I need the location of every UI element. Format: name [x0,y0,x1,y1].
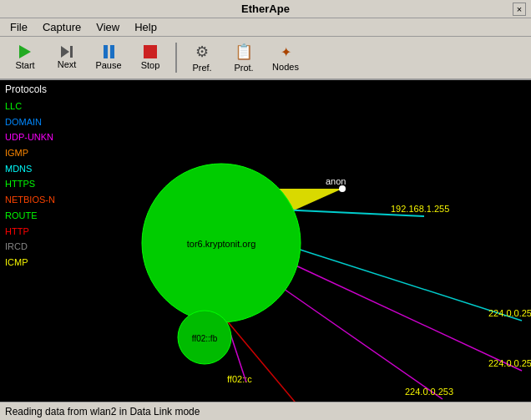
stop-button[interactable]: Stop [130,39,170,76]
nodes-label: Nodes [272,62,299,72]
proto-llc[interactable]: LLC [5,99,62,114]
next-label: Next [58,59,77,69]
prot-icon: 📋 [235,43,253,61]
start-button[interactable]: Start [5,39,45,76]
next-button[interactable]: Next [47,39,87,76]
svg-text:ff02::fb: ff02::fb [192,334,218,343]
toolbar-separator [175,43,177,73]
nodes-button[interactable]: ✦ Nodes [266,39,306,76]
svg-text:ff02::c: ff02::c [227,374,252,384]
stop-label: Stop [141,60,160,70]
menu-help[interactable]: Help [128,19,164,35]
toolbar: Start Next Pause Stop ⚙ Pref. 📋 Prot. ✦ … [0,37,531,80]
network-visualization[interactable]: tor6.kryptonit.org ff02::fb anon 192.168… [67,80,531,402]
svg-text:224.0.0.252: 224.0.0.252 [488,358,531,368]
play-icon [19,45,31,58]
svg-point-13 [339,185,346,192]
status-text: Reading data from wlan2 in Data Link mod… [5,406,200,417]
svg-text:192.168.1.255: 192.168.1.255 [391,204,449,214]
svg-text:224.0.0.253: 224.0.0.253 [405,387,453,397]
proto-ircd[interactable]: IRCD [5,239,62,255]
proto-udp[interactable]: UDP-UNKN [5,129,62,145]
stop-icon [144,45,157,58]
pref-button[interactable]: ⚙ Pref. [182,39,222,76]
svg-text:224.0.0.251: 224.0.0.251 [488,308,531,318]
nodes-icon: ✦ [281,44,291,60]
proto-igmp[interactable]: IGMP [5,145,62,161]
menu-file[interactable]: File [3,19,34,35]
pref-icon: ⚙ [195,43,209,61]
title-bar: EtherApe × [0,0,531,18]
proto-mdns[interactable]: MDNS [5,161,62,177]
proto-route[interactable]: ROUTE [5,208,62,224]
main-content: Protocols LLC DOMAIN UDP-UNKN IGMP MDNS … [0,80,531,402]
proto-netbios[interactable]: NETBIOS-N [5,192,62,208]
close-button[interactable]: × [513,3,526,16]
pause-button[interactable]: Pause [88,39,129,76]
prot-button[interactable]: 📋 Prot. [224,39,264,76]
svg-text:anon: anon [326,176,346,186]
menu-view[interactable]: View [89,19,126,35]
protocols-title: Protocols [5,83,62,95]
proto-https[interactable]: HTTPS [5,176,62,192]
status-bar: Reading data from wlan2 in Data Link mod… [0,402,531,420]
proto-icmp[interactable]: ICMP [5,255,62,271]
svg-text:tor6.kryptonit.org: tor6.kryptonit.org [187,239,256,249]
protocols-panel: Protocols LLC DOMAIN UDP-UNKN IGMP MDNS … [0,80,67,402]
prot-label: Prot. [234,63,253,73]
next-icon [61,46,73,58]
proto-domain[interactable]: DOMAIN [5,114,62,130]
pause-label: Pause [95,60,121,70]
menu-capture[interactable]: Capture [36,19,88,35]
start-label: Start [15,60,34,70]
proto-http[interactable]: HTTP [5,224,62,240]
pause-icon [104,45,114,58]
app-title: EtherApe [241,3,290,15]
menu-bar: File Capture View Help [0,18,531,37]
pref-label: Pref. [192,63,211,73]
